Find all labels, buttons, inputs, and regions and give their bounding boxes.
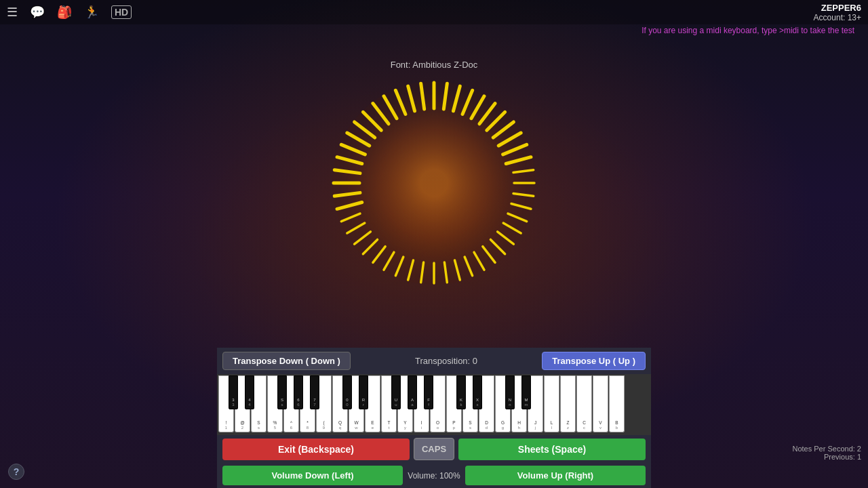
black-key-label-bot: u — [395, 403, 397, 407]
bottom-panel: Transpose Down ( Down ) Transposition: 0… — [217, 348, 651, 488]
username: ZEPPER6 — [814, 3, 861, 13]
piano-white-key[interactable]: Bb — [609, 375, 625, 432]
key-label-top: ^ — [290, 420, 292, 426]
piano-black-key[interactable]: 00 — [342, 375, 352, 409]
transpose-up-button[interactable]: Transpose Up ( Up ) — [542, 352, 646, 370]
key-label-top: D — [485, 420, 488, 426]
key-label-bot: i — [421, 426, 422, 430]
piano-black-key[interactable]: Ss — [277, 375, 287, 409]
key-label-bot: e — [372, 426, 374, 430]
black-key-label-top: 6 — [297, 398, 299, 403]
black-key-label-top: A — [411, 398, 414, 403]
key-label-bot: l — [551, 426, 552, 430]
key-label-top: C — [583, 420, 586, 426]
black-key-label-top: U — [395, 398, 397, 403]
key-label-top: @ — [240, 420, 245, 426]
black-key-label-top: F — [427, 398, 430, 403]
font-label: Font: Ambitious Z-Doc — [391, 60, 478, 70]
volume-down-button[interactable]: Volume Down (Left) — [222, 466, 403, 485]
piano-white-key[interactable]: Zz — [560, 375, 576, 432]
key-label-top: I — [421, 420, 422, 426]
black-key-label-bot: m — [525, 403, 528, 407]
transpose-down-button[interactable]: Transpose Down ( Down ) — [222, 352, 351, 370]
key-label-bot: 8 — [307, 426, 309, 430]
key-label-top: V — [599, 420, 601, 426]
key-label-top: L — [551, 420, 553, 426]
character-icon[interactable]: 🏃 — [84, 5, 99, 20]
black-key-label-top: S — [281, 398, 283, 403]
black-key-label-bot: 6 — [297, 403, 299, 407]
menu-icon[interactable]: ☰ — [7, 5, 18, 20]
bag-icon[interactable]: 🎒 — [57, 5, 72, 20]
piano-black-key[interactable]: Uu — [391, 375, 401, 409]
piano-black-key[interactable]: Xx — [473, 375, 482, 409]
piano-wrapper: !1@2Ss%5^6*8(9QqWwEeTtYyIiOoPpSsDdGgHhJj… — [218, 374, 650, 434]
piano-black-key[interactable]: 77 — [310, 375, 319, 409]
piano-black-key[interactable]: Ff — [424, 375, 433, 409]
key-label-bot: 6 — [290, 426, 292, 430]
key-label-bot: q — [339, 426, 341, 430]
piano-black-key[interactable]: 66 — [294, 375, 303, 409]
bottom-buttons-row: Exit (Backspace) CAPS Sheets (Space) — [217, 435, 651, 463]
key-label-bot: h — [518, 426, 520, 430]
black-key-label-bot: r — [363, 403, 364, 407]
account-level: Account: 13+ — [814, 13, 861, 22]
piano-black-key[interactable]: 33 — [229, 375, 238, 409]
transpose-row: Transpose Down ( Down ) Transposition: 0… — [217, 348, 651, 374]
key-label-bot: 5 — [274, 426, 276, 430]
key-label-bot: 1 — [225, 426, 227, 430]
key-label-bot: p — [453, 426, 455, 430]
user-info: ZEPPER6 Account: 13+ — [814, 3, 861, 22]
black-key-label-bot: x — [477, 403, 479, 407]
piano-keys: !1@2Ss%5^6*8(9QqWwEeTtYyIiOoPpSsDdGgHhJj… — [218, 374, 650, 435]
caps-button[interactable]: CAPS — [414, 438, 454, 460]
sheets-button[interactable]: Sheets (Space) — [458, 439, 646, 460]
key-label-top: ! — [226, 420, 227, 426]
key-label-bot: z — [567, 426, 569, 430]
help-button[interactable]: ? — [8, 464, 24, 480]
notes-previous: Previous: 1 — [792, 453, 861, 461]
black-key-label-top: N — [509, 398, 511, 403]
key-label-top: Z — [567, 420, 570, 426]
piano-white-key[interactable]: Vv — [593, 375, 608, 432]
black-key-label-top: M — [525, 398, 528, 403]
piano-black-key[interactable]: Rr — [359, 375, 368, 409]
key-label-top: G — [501, 420, 505, 426]
key-label-bot: 2 — [241, 426, 243, 430]
spinner-visual — [319, 68, 549, 298]
piano-black-key[interactable]: Aa — [408, 375, 417, 409]
topbar-icons: ☰ 💬 🎒 🏃 HD — [7, 5, 132, 20]
piano-black-key[interactable]: Mm — [521, 375, 531, 409]
piano-black-key[interactable]: Kk — [456, 375, 466, 409]
black-key-label-bot: 0 — [346, 403, 348, 407]
black-key-label-bot: 3 — [232, 403, 234, 407]
piano-black-key[interactable]: Nn — [505, 375, 515, 409]
key-label-top: ( — [323, 420, 324, 426]
chat-icon[interactable]: 💬 — [30, 5, 45, 20]
key-label-bot: s — [258, 426, 260, 430]
black-key-label-top: 7 — [313, 398, 315, 403]
black-key-label-bot: k — [460, 403, 462, 407]
key-label-bot: t — [389, 426, 390, 430]
exit-button[interactable]: Exit (Backspace) — [222, 439, 410, 460]
black-key-label-top: K — [460, 398, 462, 403]
piano-white-key[interactable]: Cc — [576, 375, 592, 432]
piano-black-key[interactable]: 44 — [245, 375, 254, 409]
notes-per-second: Notes Per Second: 2 — [792, 445, 861, 453]
key-label-top: * — [307, 420, 309, 426]
key-label-top: W — [354, 420, 358, 426]
black-key-label-bot: 7 — [313, 403, 315, 407]
piano-white-key[interactable]: Ll — [544, 375, 559, 432]
key-label-top: P — [452, 420, 455, 426]
black-key-label-bot: 4 — [248, 403, 250, 407]
hd-badge: HD — [111, 5, 132, 19]
key-label-top: % — [273, 420, 277, 426]
key-label-bot: v — [599, 426, 601, 430]
volume-label: Volume: 100% — [407, 471, 461, 481]
volume-up-button[interactable]: Volume Up (Right) — [465, 466, 646, 485]
black-key-label-top: R — [362, 398, 365, 403]
black-key-label-top: 4 — [248, 398, 250, 403]
black-key-label-top: 0 — [346, 398, 348, 403]
key-label-bot: j — [535, 426, 536, 430]
black-key-label-bot: s — [281, 403, 283, 407]
